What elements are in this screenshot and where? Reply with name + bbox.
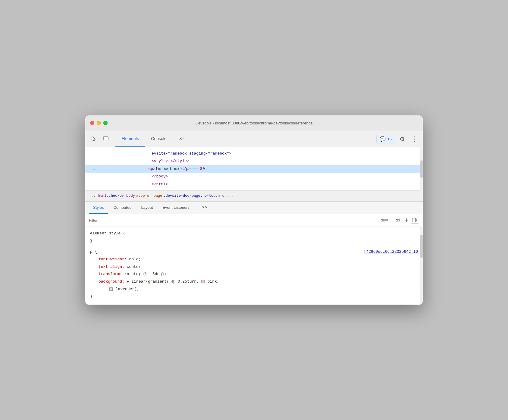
- background-prop: background:: [99, 279, 124, 284]
- styles-scrollbar[interactable]: [420, 227, 423, 305]
- close-brace-1: }: [90, 239, 93, 243]
- more-styles-tabs-label: >>: [202, 205, 207, 210]
- text-align-prop: text-align:: [99, 265, 124, 269]
- maximize-button[interactable]: [103, 121, 108, 125]
- background-triangle[interactable]: ▶: [127, 279, 132, 284]
- breadcrumb-bar: ... html.checkov body#top_of_page.devsit…: [85, 191, 423, 202]
- devtools-window: DevTools - localhost:8080/web/tools/chro…: [85, 115, 423, 305]
- close-button[interactable]: [90, 121, 94, 125]
- event-listeners-tab-label: Event Listeners: [162, 205, 190, 210]
- layers-tool-button[interactable]: [101, 134, 111, 144]
- gradient-icon[interactable]: [171, 280, 175, 284]
- dom-p-close: </p>: [181, 167, 191, 171]
- pink-color-swatch[interactable]: [201, 280, 205, 283]
- filter-actions: :hov .cls +: [379, 216, 419, 224]
- toolbar-right: 💬 15 ⚙ ⋮: [376, 134, 419, 144]
- transform-prop: transform:: [99, 272, 122, 276]
- css-source-link[interactable]: f429d9ecc6c…2232b642:16: [364, 248, 418, 256]
- notification-badge[interactable]: 💬 15: [376, 135, 395, 143]
- dom-line-5[interactable]: </html>: [85, 180, 423, 188]
- more-options-button[interactable]: ⋮: [409, 134, 419, 144]
- filter-bar: :hov .cls +: [85, 214, 423, 227]
- background-lavender: lavender);: [116, 287, 139, 291]
- filter-input[interactable]: [89, 218, 376, 223]
- main-tabs: Elements Console >>: [115, 131, 190, 147]
- more-tabs-label: >>: [179, 136, 183, 141]
- cursor-icon: [91, 136, 97, 142]
- dom-scrollbar-thumb[interactable]: [420, 160, 423, 178]
- dom-dots: ...: [89, 167, 96, 171]
- dom-line-2[interactable]: <style>…</style>: [85, 157, 423, 165]
- notification-count: 15: [387, 137, 392, 141]
- dom-body-close: </body>: [152, 174, 168, 179]
- tab-layout[interactable]: Layout: [137, 201, 157, 214]
- dom-line-4[interactable]: </body>: [85, 173, 423, 180]
- chat-icon: 💬: [380, 136, 386, 142]
- angle-icon[interactable]: [143, 272, 147, 276]
- tab-event-listeners[interactable]: Event Listeners: [158, 201, 194, 214]
- tab-console[interactable]: Console: [145, 131, 172, 147]
- window-title: DevTools - localhost:8080/web/tools/chro…: [196, 121, 313, 125]
- gear-icon: ⚙: [400, 135, 405, 143]
- font-weight-prop: font-weight:: [99, 257, 127, 262]
- toggle-sidebar-button[interactable]: [411, 217, 419, 224]
- dom-html-close: </html>: [152, 182, 168, 186]
- styles-tabs: Styles Computed Layout Event Listeners >…: [85, 202, 423, 214]
- css-panel: element.style { } p { f429d9ecc6c…2232b6…: [85, 227, 423, 305]
- breadcrumb-html[interactable]: html.checkov: [98, 194, 124, 198]
- css-prop-background: background: ▶ linear-gradient( 0.25turn,…: [90, 278, 418, 286]
- element-style-selector: element.style {: [90, 231, 125, 236]
- dom-line-1[interactable]: evsite-framebox staging-framebox">: [85, 150, 423, 157]
- elements-tab-label: Elements: [121, 136, 139, 141]
- traffic-lights: [90, 121, 108, 125]
- tab-styles-more[interactable]: >>: [197, 201, 212, 214]
- computed-tab-label: Computed: [113, 205, 131, 210]
- layers-icon: [103, 136, 109, 142]
- title-bar: DevTools - localhost:8080/web/tools/chro…: [85, 115, 423, 131]
- breadcrumb-c: c: [222, 194, 224, 198]
- svg-rect-4: [412, 218, 417, 222]
- angle-indicator: [145, 272, 146, 274]
- svg-line-6: [416, 219, 417, 220]
- close-brace-2: }: [90, 294, 93, 299]
- css-rule-close-1: }: [90, 237, 418, 245]
- breadcrumb-body[interactable]: body: [126, 194, 135, 198]
- tab-elements[interactable]: Elements: [115, 131, 145, 147]
- breadcrumb-body-id: #top_of_page: [136, 194, 162, 198]
- dom-line-3[interactable]: ... <p>Inspect me!</p> == $0: [85, 165, 423, 173]
- dom-scrollbar[interactable]: [420, 147, 423, 191]
- hov-button[interactable]: :hov: [379, 217, 390, 223]
- settings-button[interactable]: ⚙: [397, 134, 407, 144]
- cls-button[interactable]: .cls: [392, 217, 402, 223]
- add-rule-button[interactable]: +: [404, 216, 408, 224]
- dom-panel: evsite-framebox staging-framebox"> <styl…: [85, 147, 423, 191]
- tab-more[interactable]: >>: [173, 131, 190, 147]
- p-selector: p {: [90, 248, 97, 256]
- transform-value: rotate(: [124, 272, 141, 276]
- background-value-2: 0.25turn,: [178, 279, 201, 284]
- sidebar-toggle-icon: [412, 218, 417, 222]
- styles-scrollbar-thumb[interactable]: [420, 235, 423, 258]
- minimize-button[interactable]: [97, 121, 101, 125]
- css-prop-transform: transform: rotate( -5deg);: [90, 271, 418, 278]
- css-prop-background-cont: lavender);: [90, 286, 418, 293]
- css-prop-font-weight: font-weight: bold;: [90, 256, 418, 263]
- transform-rotate-value: -5deg);: [150, 272, 167, 276]
- dom-tag-close-1: ">: [227, 151, 232, 156]
- devtools-toolbar: Elements Console >> 💬 15 ⚙ ⋮: [85, 131, 423, 147]
- tab-computed[interactable]: Computed: [109, 201, 136, 214]
- layout-tab-label: Layout: [141, 205, 153, 210]
- breadcrumb-body-classes: .devsite-doc-page.no-touch: [163, 194, 220, 198]
- dom-text-content: Inspect me!: [155, 167, 181, 171]
- dom-attr-value-1: evsite-framebox staging-framebox: [152, 151, 227, 156]
- dom-p-open: <p>: [148, 167, 155, 171]
- css-rule-element-style: element.style { }: [90, 230, 418, 245]
- devtools-body: Elements Console >> 💬 15 ⚙ ⋮: [85, 131, 423, 305]
- css-rule-selector-1: element.style {: [90, 230, 418, 237]
- dom-tag-2: <style>…</style>: [152, 159, 189, 163]
- cursor-tool-button[interactable]: [89, 134, 99, 144]
- breadcrumb-more-dots: ...: [227, 194, 234, 198]
- css-rule-p-header: p { f429d9ecc6c…2232b642:16: [90, 248, 418, 256]
- lavender-color-swatch[interactable]: [109, 287, 113, 291]
- tab-styles[interactable]: Styles: [89, 201, 108, 214]
